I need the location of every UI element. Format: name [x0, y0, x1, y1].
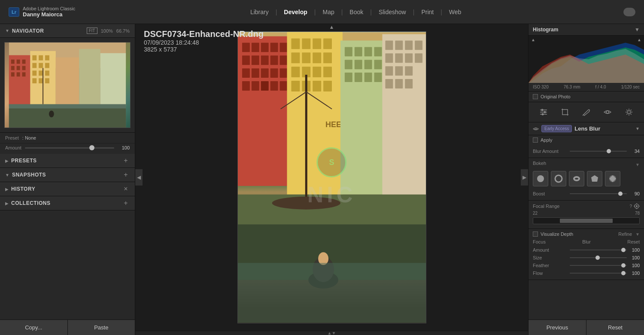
reset-inline-label[interactable]: Reset — [627, 239, 640, 244]
nav-item-develop[interactable]: Develop — [277, 9, 314, 15]
image-dimensions: 3825 x 5737 — [144, 46, 264, 53]
size-slider-row: Size 100 — [533, 254, 640, 262]
boost-slider-thumb[interactable] — [618, 192, 623, 196]
right-panel-toggle-icon[interactable]: ▶ — [521, 169, 528, 186]
svg-rect-62 — [313, 52, 321, 63]
bokeh-down-icon[interactable]: ▼ — [635, 162, 640, 167]
copy-button[interactable]: Copy... — [0, 320, 68, 335]
blur-amount-slider[interactable] — [570, 151, 627, 152]
previous-button[interactable]: Previous — [529, 320, 586, 335]
history-close-btn[interactable]: × — [122, 186, 130, 192]
bottom-handle-icon[interactable]: ▲▼ — [328, 331, 336, 335]
svg-rect-27 — [79, 49, 100, 107]
size-slider-value: 100 — [629, 255, 640, 260]
blur-amount-thumb[interactable] — [607, 149, 611, 153]
flow-slider-row: Flow 100 — [533, 269, 640, 277]
bokeh-cateye-shape[interactable] — [569, 171, 584, 186]
lens-blur-header: Early Access Lens Blur ▼ — [529, 122, 644, 135]
svg-rect-47 — [261, 68, 268, 78]
bokeh-shapes-row — [533, 171, 640, 186]
refine-label[interactable]: Refine — [618, 231, 632, 237]
flow-slider-thumb[interactable] — [621, 271, 626, 275]
crop-panel-icon[interactable] — [559, 106, 571, 119]
amount-slider-right-thumb[interactable] — [621, 248, 626, 252]
focal-range-target-icon[interactable] — [634, 203, 640, 209]
flow-slider[interactable] — [570, 273, 627, 274]
blur-amount-row: Blur Amount 34 — [533, 147, 640, 155]
nav-item-print[interactable]: Print — [414, 9, 440, 15]
basic-panel-icon[interactable] — [537, 106, 550, 119]
bokeh-circle-shape[interactable] — [533, 171, 548, 186]
left-panel-toggle-icon[interactable]: ◀ — [135, 169, 143, 186]
apply-label: Apply — [541, 137, 553, 143]
svg-rect-94 — [405, 53, 413, 63]
amount-slider-track[interactable] — [25, 147, 114, 149]
svg-rect-16 — [45, 55, 49, 61]
feather-slider-thumb[interactable] — [621, 263, 626, 268]
feather-slider[interactable] — [570, 265, 627, 266]
amount-slider-thumb[interactable] — [89, 145, 94, 150]
preset-label: Preset — [5, 135, 19, 140]
original-photo-row: Original Photo — [529, 91, 644, 102]
image-info: DSCF0734-Enhanced-NR.dng 07/09/2023 18:2… — [135, 24, 272, 58]
svg-rect-20 — [32, 70, 36, 76]
svg-rect-26 — [56, 58, 79, 107]
svg-rect-111 — [238, 263, 426, 323]
focal-range-number: ? — [629, 204, 632, 209]
collections-add-btn[interactable]: + — [122, 200, 130, 207]
nav-item-map[interactable]: Map — [316, 9, 341, 15]
histogram-expand-icon[interactable]: ▼ — [635, 27, 640, 33]
presets-add-btn[interactable]: + — [122, 157, 130, 164]
paste-button[interactable]: Paste — [68, 320, 135, 335]
nav-fit-label[interactable]: FIT — [87, 27, 97, 34]
collections-header[interactable]: ▶ Collections + — [0, 196, 135, 210]
nav-zoom1-label[interactable]: 100% — [101, 28, 113, 34]
nav-item-web[interactable]: Web — [442, 9, 468, 15]
nav-zoom2-label[interactable]: 66.7% — [116, 28, 130, 34]
visualize-section: Visualize Depth Refine ▼ Focus Blur Rese… — [529, 229, 644, 280]
preset-value: : None — [22, 135, 36, 140]
svg-rect-48 — [270, 68, 278, 78]
nav-item-book[interactable]: Book — [343, 9, 370, 15]
masking-panel-icon[interactable] — [601, 106, 614, 119]
svg-rect-25 — [45, 78, 49, 83]
reset-button[interactable]: Reset — [586, 320, 644, 335]
history-title: History — [11, 186, 122, 192]
visualize-depth-checkbox[interactable] — [533, 231, 538, 237]
svg-point-119 — [606, 111, 609, 113]
svg-rect-70 — [313, 81, 321, 91]
original-photo-checkbox[interactable] — [533, 94, 538, 99]
heal-panel-icon[interactable] — [580, 106, 592, 119]
histogram-aperture: f / 4.0 — [595, 85, 606, 89]
bokeh-ring-shape[interactable] — [551, 171, 566, 186]
eye-visibility-icon[interactable] — [533, 126, 539, 132]
watermark: S NIC — [307, 147, 356, 207]
svg-point-122 — [537, 175, 544, 182]
boost-slider[interactable] — [570, 193, 627, 194]
preset-row: Preset : None — [0, 133, 135, 143]
svg-rect-92 — [385, 53, 393, 63]
settings-panel-icon[interactable] — [623, 106, 635, 119]
svg-rect-81 — [364, 60, 372, 69]
nav-item-library[interactable]: Library — [243, 9, 276, 15]
svg-rect-24 — [39, 78, 43, 83]
focal-track[interactable] — [533, 217, 640, 224]
snapshots-header[interactable]: ▼ Snapshots + — [0, 168, 135, 182]
lens-blur-dropdown-icon[interactable]: ▼ — [635, 126, 640, 131]
snapshots-add-btn[interactable]: + — [122, 171, 130, 178]
svg-rect-91 — [415, 40, 422, 50]
svg-rect-97 — [395, 66, 403, 76]
bokeh-polygon-shape[interactable] — [587, 171, 602, 186]
nav-item-slideshow[interactable]: Slideshow — [372, 9, 413, 15]
presets-header[interactable]: ▶ Presets + — [0, 154, 135, 168]
size-slider[interactable] — [570, 257, 627, 258]
amount-slider-right[interactable] — [570, 250, 627, 250]
bokeh-diamond-shape[interactable] — [605, 171, 620, 186]
history-header[interactable]: ▶ History × — [0, 182, 135, 196]
cloud-icon[interactable] — [623, 8, 635, 16]
refine-expand-icon[interactable]: ▼ — [635, 232, 640, 237]
size-slider-thumb[interactable] — [595, 256, 600, 260]
apply-checkbox[interactable] — [533, 137, 538, 143]
navigator-header[interactable]: ▼ Navigator FIT 100% 66.7% — [0, 24, 135, 38]
image-filename: DSCF0734-Enhanced-NR.dng — [144, 29, 264, 39]
